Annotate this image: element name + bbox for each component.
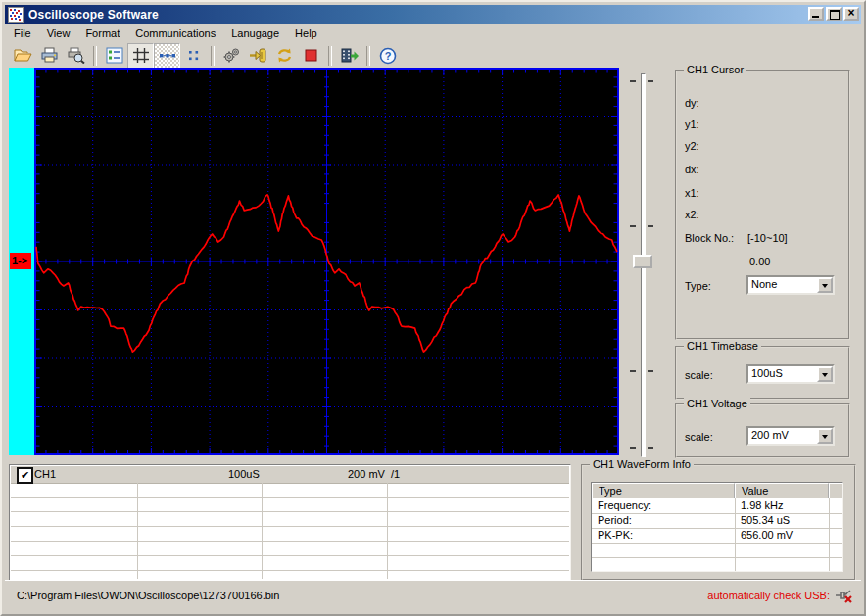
menu-view[interactable]: View [39,25,78,41]
info-type: PK-PK: [592,528,633,542]
slider-tick [630,370,636,372]
print-preview-icon [67,47,85,64]
app-icon [8,7,24,23]
window-title: Oscilloscope Software [28,8,159,22]
print-icon [40,47,59,64]
ch1-cursor-group: CH1 Cursor dy: y1: y2: dx: x1: x2: Block… [675,70,850,340]
waveform-info-table: Type Value Frequency: 1.98 kHz Period: 5… [591,482,843,572]
channel-list-button[interactable] [101,43,127,69]
column-header-spacer [829,483,842,498]
cursor-type-dropdown[interactable]: None [746,275,835,295]
minimize-icon [812,16,819,18]
timebase-scale-dropdown[interactable]: 100uS [746,364,835,384]
column-divider [262,483,263,579]
help-icon: ? [379,47,397,65]
menu-format[interactable]: Format [77,25,127,41]
table-row-empty [592,543,842,558]
grid-toggle-button[interactable] [127,43,154,69]
titlebar[interactable]: Oscilloscope Software × [5,5,861,24]
menubar: File View Format Communications Lanugage… [6,24,860,42]
column-divider [387,483,388,579]
channel-list-empty-rows[interactable] [11,483,569,579]
maximize-button[interactable] [826,7,842,21]
maximize-icon [830,10,840,20]
chevron-down-icon [822,373,828,380]
slider-tick [630,447,636,449]
stop-button[interactable] [298,43,324,69]
dashed-line-toggle-icon [159,47,176,64]
settings-gears-button[interactable] [218,43,245,69]
toolbar-separator [328,46,332,66]
cursor-type-label: Type: [685,280,711,292]
info-value: 505.34 uS [735,513,790,527]
voltage-scale-label: scale: [685,431,713,443]
ch1-voltage-title: CH1 Voltage [684,398,750,409]
minimize-button[interactable] [808,7,824,21]
export-record-button[interactable] [336,43,362,69]
chevron-down-icon [822,284,828,291]
open-file-path: C:\Program Files\OWON\Oscilloscope\12737… [17,590,279,601]
channel-name: CH1 [34,468,56,480]
close-button[interactable]: × [843,7,859,21]
position-slider-thumb[interactable] [633,255,652,268]
print-preview-button[interactable] [63,43,89,69]
timebase-dropdown-button[interactable] [817,366,833,382]
cursor-type-dropdown-button[interactable] [817,277,833,293]
toolbar-separator [93,46,97,66]
column-header-value[interactable]: Value [735,483,829,498]
table-row-frequency: Frequency: 1.98 kHz [592,498,842,514]
scope-plot[interactable] [34,68,619,455]
waveform-info-title: CH1 WaveForm Info [590,458,694,470]
usb-check-label: automatically check USB: [707,590,830,601]
table-row-empty [592,557,842,572]
menu-lanugage[interactable]: Lanugage [223,25,287,41]
ch1-enabled-checkbox[interactable]: ✔ [17,467,33,484]
timebase-scale-label: scale: [685,369,713,381]
cursor-field-y1: y1: [685,118,699,130]
block-no-value: 0.00 [749,256,770,267]
help-button[interactable]: ? [374,43,401,69]
slider-tick [648,370,653,372]
open-file-icon [14,47,32,64]
dashed-line-toggle-button[interactable] [154,43,180,69]
slider-tick [648,447,653,449]
column-divider [137,483,138,579]
grid-toggle-icon [132,47,150,64]
voltage-dropdown-button[interactable] [817,428,833,444]
dots-display-icon [185,47,203,64]
channel1-position-marker[interactable]: 1-> [10,253,31,269]
ch1-waveform-info-group: CH1 WaveForm Info Type Value Frequency: … [581,464,856,581]
column-divider [735,498,736,571]
cursor-field-dx: dx: [685,164,699,175]
toolbar-separator [211,46,215,66]
channel-voltage: 200 mV [348,468,385,480]
cursor-field-x2: x2: [685,209,699,220]
menu-help[interactable]: Help [287,25,325,41]
timebase-scale-value: 100uS [751,367,783,379]
menu-file[interactable]: File [6,25,39,41]
dots-display-button[interactable] [180,43,207,69]
table-row-period: Period: 505.34 uS [592,513,842,529]
print-button[interactable] [36,43,63,69]
column-header-type[interactable]: Type [592,483,735,498]
channel-row-ch1[interactable]: ✔ CH1 100uS 200 mV /1 [11,466,569,484]
table-row-pkpk: PK-PK: 656.00 mV [592,528,842,544]
voltage-scale-dropdown[interactable]: 200 mV [746,426,835,446]
refresh-icon [275,47,294,64]
app-window: Oscilloscope Software × File View Format… [0,0,866,616]
cursor-type-value: None [751,278,777,290]
slider-tick [630,225,636,227]
menu-communications[interactable]: Communications [127,25,223,41]
toolbar: ? [10,43,401,68]
toolbar-separator [366,46,370,66]
close-icon: × [845,6,857,20]
refresh-button[interactable] [271,43,298,69]
column-divider [829,498,830,571]
channel-probe: /1 [391,468,400,480]
connect-device-button[interactable] [245,43,271,69]
statusbar: C:\Program Files\OWON\Oscilloscope\12737… [5,580,861,611]
open-file-button[interactable] [10,43,36,69]
ch1-voltage-group: CH1 Voltage scale: 200 mV [675,403,850,458]
info-value: 656.00 mV [735,528,793,542]
usb-disconnected-icon [834,587,853,604]
